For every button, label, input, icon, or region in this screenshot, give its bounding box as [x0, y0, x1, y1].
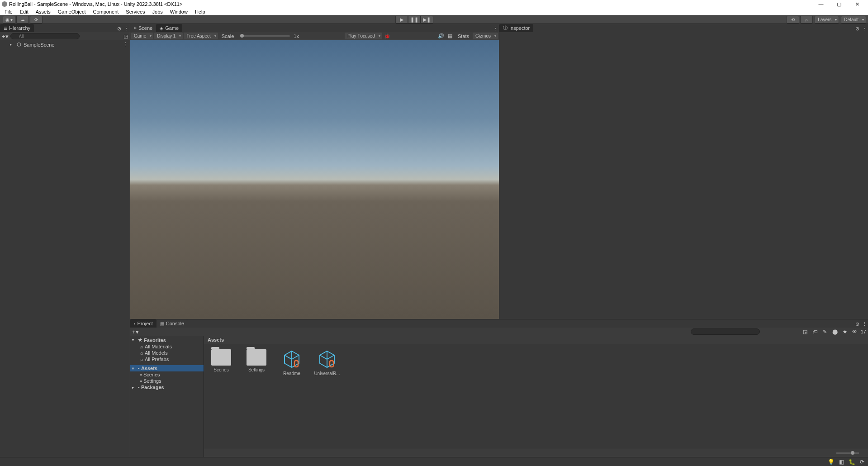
project-tab-label: Project — [138, 321, 153, 326]
game-mode-dropdown[interactable]: Game — [131, 33, 153, 39]
scene-tab[interactable]: ⌗ Scene — [130, 24, 156, 32]
favorites-header[interactable]: ▾ ★ Favorites — [130, 337, 204, 343]
project-breadcrumb[interactable]: Assets — [204, 336, 868, 344]
game-toolbar: Game Display 1 Free Aspect Scale 1x Play… — [130, 32, 499, 40]
play-controls: ▶ ❚❚ ▶❚ — [395, 16, 433, 24]
menu-component[interactable]: Component — [89, 9, 122, 14]
chevron-down-icon: ▾ — [132, 338, 137, 342]
grid-item-scenes[interactable]: Scenes — [208, 349, 235, 376]
debug-mode-icon[interactable]: 🐛 — [849, 459, 855, 465]
menu-assets[interactable]: Assets — [32, 9, 54, 14]
favorite-icon[interactable]: ★ — [841, 328, 849, 335]
fav-all-prefabs[interactable]: ⌕All Prefabs — [130, 356, 204, 362]
scriptable-object-icon — [317, 349, 337, 369]
layout-dropdown[interactable]: Default — [841, 16, 866, 24]
search-icon: ⌕ — [140, 357, 143, 362]
play-focused-dropdown[interactable]: Play Focused — [345, 33, 382, 39]
gizmos-dropdown[interactable]: Gizmos — [473, 33, 498, 39]
assets-scenes[interactable]: ▪Scenes — [130, 371, 204, 378]
menu-gameobject[interactable]: GameObject — [54, 9, 90, 14]
search-icon: ⌕ — [140, 350, 143, 356]
auto-generate-lighting-icon[interactable]: ◧ — [839, 459, 844, 465]
close-button[interactable]: ✕ — [848, 0, 866, 8]
menubar: File Edit Assets GameObject Component Se… — [0, 8, 868, 15]
menu-services[interactable]: Services — [122, 9, 148, 14]
display-dropdown[interactable]: Display 1 — [154, 33, 183, 39]
hidden-icon[interactable]: 👁 — [851, 328, 859, 335]
project-icon: ▪ — [134, 321, 136, 326]
menu-window[interactable]: Window — [166, 9, 191, 14]
hierarchy-add-button[interactable]: +▾ — [2, 33, 9, 40]
menu-jobs[interactable]: Jobs — [149, 9, 166, 14]
hierarchy-item-menu-icon[interactable]: ⋮ — [123, 42, 128, 48]
scriptable-object-icon — [282, 349, 302, 369]
log-icon[interactable]: ⬤ — [831, 328, 839, 335]
search-by-label-icon[interactable]: 🏷 — [811, 328, 819, 335]
project-lock-icon[interactable]: ⊘ — [854, 320, 861, 328]
history-button[interactable]: ⟳ — [30, 16, 43, 24]
lightbulb-icon[interactable]: 💡 — [828, 459, 835, 465]
hierarchy-panel: ≣ Hierarchy ⊘ ⋮ +▾ ◲ ▸ ⬡ SampleScene ⋮ — [0, 24, 130, 457]
assets-settings[interactable]: ▪Settings — [130, 378, 204, 384]
scale-slider[interactable] — [240, 35, 290, 37]
play-button[interactable]: ▶ — [395, 16, 408, 24]
minimize-button[interactable]: — — [812, 0, 830, 8]
unity-scene-icon: ⬡ — [16, 42, 22, 48]
project-tab[interactable]: ▪ Project — [130, 319, 157, 328]
search-button[interactable]: ⌕ — [800, 16, 813, 24]
menu-file[interactable]: File — [1, 9, 16, 14]
grid-size-slider[interactable] — [836, 452, 859, 454]
folder-icon — [247, 349, 266, 366]
console-tab[interactable]: ▤ Console — [157, 319, 188, 328]
game-tab[interactable]: ◈ Game — [156, 24, 182, 32]
bug-icon[interactable]: 🐞 — [383, 33, 391, 40]
hierarchy-search-type-icon[interactable]: ◲ — [123, 33, 128, 39]
undo-history-button[interactable]: ⟲ — [787, 16, 799, 24]
project-add-button[interactable]: +▾ — [132, 328, 139, 335]
packages-header[interactable]: ▸ ▪ Packages — [130, 384, 204, 390]
game-icon: ◈ — [160, 26, 163, 31]
main-area: ≣ Hierarchy ⊘ ⋮ +▾ ◲ ▸ ⬡ SampleScene ⋮ — [0, 24, 868, 457]
search-by-type-icon[interactable]: ◲ — [801, 328, 809, 335]
game-panel-menu-icon[interactable]: ⋮ — [492, 25, 499, 32]
cloud-button[interactable]: ☁ — [16, 16, 29, 24]
game-viewport[interactable] — [130, 40, 499, 319]
scale-label: Scale — [219, 33, 237, 39]
hierarchy-search-input[interactable] — [10, 33, 80, 39]
vsync-icon[interactable]: ▦ — [446, 33, 454, 40]
grid-item-settings[interactable]: Settings — [243, 349, 270, 376]
layers-dropdown[interactable]: Layers — [815, 16, 839, 24]
grid-item-readme[interactable]: Readme — [278, 349, 305, 376]
progress-icon[interactable]: ⟳ — [860, 459, 864, 465]
inspector-tab[interactable]: ⓘ Inspector — [499, 24, 533, 32]
hierarchy-scene-item[interactable]: ▸ ⬡ SampleScene ⋮ — [0, 41, 130, 48]
hierarchy-menu-icon[interactable]: ⋮ — [123, 25, 130, 32]
step-button[interactable]: ▶❚ — [421, 16, 433, 24]
aspect-dropdown[interactable]: Free Aspect — [184, 33, 218, 39]
inspector-lock-icon[interactable]: ⊘ — [854, 25, 861, 32]
scene-tab-label: Scene — [138, 25, 152, 31]
save-search-icon[interactable]: ✎ — [821, 328, 829, 335]
stats-button[interactable]: Stats — [455, 33, 472, 39]
hidden-count: 17 — [861, 329, 866, 334]
menu-help[interactable]: Help — [191, 9, 209, 14]
game-tab-label: Game — [165, 25, 179, 31]
menu-edit[interactable]: Edit — [16, 9, 32, 14]
window-title: RollingBall - SampleScene - Windows, Mac… — [9, 1, 182, 7]
maximize-button[interactable]: ▢ — [830, 0, 848, 8]
hierarchy-lock-icon[interactable]: ⊘ — [115, 25, 123, 32]
grid-item-universal[interactable]: UniversalR... — [313, 349, 341, 376]
hierarchy-tab-label: Hierarchy — [9, 25, 30, 31]
hierarchy-scene-label: SampleScene — [24, 42, 55, 48]
audio-icon[interactable]: 🔊 — [437, 33, 445, 40]
project-search-input[interactable] — [691, 328, 760, 335]
project-menu-icon[interactable]: ⋮ — [861, 320, 868, 328]
fav-all-models[interactable]: ⌕All Models — [130, 350, 204, 356]
assets-header[interactable]: ▾ ▪ Assets — [130, 365, 204, 371]
inspector-menu-icon[interactable]: ⋮ — [861, 25, 868, 32]
fav-all-materials[interactable]: ⌕All Materials — [130, 343, 204, 350]
account-button[interactable]: ◉ ▾ — [3, 16, 15, 24]
folder-icon: ▪ — [140, 378, 142, 384]
hierarchy-tab[interactable]: ≣ Hierarchy — [0, 24, 34, 32]
pause-button[interactable]: ❚❚ — [408, 16, 421, 24]
